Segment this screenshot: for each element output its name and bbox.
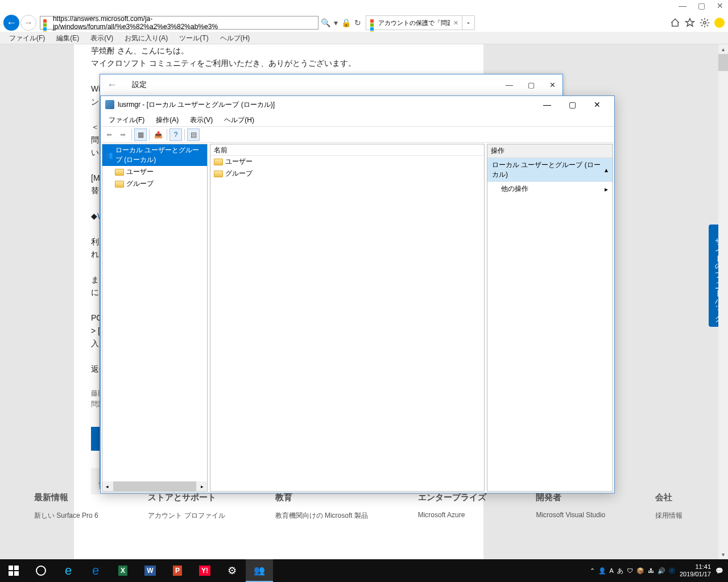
settings-close[interactable]: ✕ [549,81,556,89]
smiley-icon[interactable] [714,18,725,28]
mmc-minimize[interactable]: — [535,97,560,113]
mmc-maximize[interactable]: ▢ [560,97,585,113]
footer-link[interactable]: Microsoft Visual Studio [536,511,605,519]
mmc-tree-pane: 👥 ローカル ユーザーとグループ (ローカル) ユーザー グループ ◂ ▸ [102,144,208,492]
action-center-icon[interactable]: 💬 [715,567,723,575]
footer-link[interactable]: 教育機関向けの Microsoft 製品 [275,511,368,521]
list-row-users[interactable]: ユーザー [210,156,484,168]
settings-minimize[interactable]: — [506,81,513,89]
mmc-menu-file[interactable]: ファイル(F) [103,113,150,126]
actions-item-root[interactable]: ローカル ユーザーとグループ (ローカル) ▴ [487,158,613,182]
settings-back-button[interactable]: ← [107,79,117,91]
start-button[interactable] [0,559,27,582]
tray-ime-icon[interactable]: A [610,567,614,574]
close-button[interactable]: ✕ [717,1,723,10]
taskbar-mmc[interactable]: 👥 [246,559,273,582]
scroll-thumb[interactable] [718,54,728,71]
home-icon[interactable] [670,18,680,28]
tree-users-label: ユーザー [126,167,154,177]
clock-time: 11:41 [680,563,711,571]
tray-kana-icon[interactable]: あ [617,567,623,575]
settings-title: 設定 [132,80,147,90]
mmc-menu-help[interactable]: ヘルプ(H) [218,113,260,126]
toolbar-back-icon[interactable]: ⬅ [103,128,115,141]
footer-link[interactable]: Microsoft Azure [418,511,486,519]
mmc-list-pane: 名前 ユーザー グループ [210,144,485,492]
menu-file[interactable]: ファイル(F) [3,32,51,44]
new-tab-button[interactable]: ▫ [462,15,475,30]
tree-users[interactable]: ユーザー [102,166,207,178]
taskbar-powerpoint[interactable]: P [164,559,191,582]
list-header-name[interactable]: 名前 [210,144,484,156]
tray-defender-icon[interactable]: 🛡 [627,567,633,574]
scroll-right-icon[interactable]: ▸ [197,481,207,491]
scroll-thumb[interactable] [113,481,196,491]
settings-icon[interactable] [700,18,710,28]
toolbar-actionpane-icon[interactable]: ▤ [187,128,200,141]
tree-hscroll[interactable]: ◂ ▸ [102,481,207,491]
page-scrollbar[interactable]: ▴ ▾ [718,44,728,559]
list-label: ユーザー [225,157,253,167]
mmc-close[interactable]: ✕ [585,97,610,113]
minimize-button[interactable]: — [679,1,686,10]
tree-root[interactable]: 👥 ローカル ユーザーとグループ (ローカル) [102,144,207,166]
taskbar-yahoo[interactable]: Y! [191,559,218,582]
toolbar-help-icon[interactable]: ? [169,128,182,141]
maximize-button[interactable]: ▢ [698,1,705,10]
cortana-button[interactable] [27,559,55,582]
svg-rect-2 [14,566,19,570]
scroll-left-icon[interactable]: ◂ [102,481,112,491]
tray-network-icon[interactable]: 🖧 [648,567,654,574]
footer-heading: 会社 [655,492,682,503]
svg-point-0 [704,22,706,24]
mmc-title-text: lusrmgr - [ローカル ユーザーとグループ (ローカル)] [118,100,275,110]
url-field[interactable]: https://answers.microsoft.com/ja-jp/wind… [40,16,318,30]
favorites-icon[interactable] [685,18,695,28]
actions-item-more[interactable]: 他の操作 ▸ [487,182,613,196]
taskbar-clock[interactable]: 11:41 2019/01/17 [680,563,711,578]
toolbar-forward-icon[interactable]: ➡ [117,128,129,141]
tray-edge-icon[interactable]: ⓔ [669,567,675,575]
tray-up-icon[interactable]: ⌃ [590,567,595,575]
menu-help[interactable]: ヘルプ(H) [214,32,256,44]
search-icon[interactable]: 🔍 [321,18,330,27]
taskbar-ie[interactable]: e [55,559,82,582]
taskbar-word[interactable]: W [136,559,164,582]
back-button[interactable]: ← [3,15,19,31]
folder-icon [115,169,124,176]
scroll-up-icon[interactable]: ▴ [718,44,728,54]
tab-close-button[interactable]: ✕ [453,19,458,27]
tree-groups-label: グループ [126,179,154,189]
taskbar-edge[interactable]: e [82,559,109,582]
tray-people-icon[interactable]: 👤 [598,567,606,575]
content-line: マイクロソフト コミュニティをご利用いただき、ありがとうございます。 [91,57,466,69]
url-text: https://answers.microsoft.com/ja-jp/wind… [53,15,316,31]
footer-link[interactable]: 新しい Surface Pro 6 [34,511,98,521]
scroll-down-icon[interactable]: ▾ [718,550,728,559]
dropdown-icon[interactable]: ▾ [334,18,338,27]
toolbar-showtree-icon[interactable]: ▦ [134,128,147,141]
settings-maximize[interactable]: ▢ [528,81,535,89]
menu-edit[interactable]: 編集(E) [51,32,85,44]
taskbar-settings[interactable]: ⚙ [218,559,246,582]
footer-heading: 教育 [275,492,368,503]
footer: 最新情報新しい Surface Pro 6 ストアとサポートアカウント プロファ… [34,492,682,525]
refresh-icon[interactable]: ↻ [354,18,361,27]
footer-heading: エンタープライズ [418,492,486,503]
list-row-groups[interactable]: グループ [210,168,484,180]
menu-view[interactable]: 表示(V) [85,32,119,44]
footer-link[interactable]: アカウント プロファイル [148,511,225,521]
toolbar-export-icon[interactable]: 📤 [152,128,164,141]
tray-box-icon[interactable]: 📦 [636,567,644,575]
folder-icon [214,171,223,177]
tray-volume-icon[interactable]: 🔊 [657,567,665,575]
tree-groups[interactable]: グループ [102,178,207,190]
menu-tools[interactable]: ツール(T) [173,32,214,44]
forward-button[interactable]: → [20,15,36,31]
taskbar-excel[interactable]: X [109,559,136,582]
menu-favorites[interactable]: お気に入り(A) [119,32,173,44]
browser-tab[interactable]: アカウントの保護で「問題が発... ✕ [366,15,462,30]
footer-link[interactable]: 採用情報 [655,511,682,521]
mmc-menu-view[interactable]: 表示(V) [184,113,218,126]
mmc-menu-action[interactable]: 操作(A) [150,113,184,126]
